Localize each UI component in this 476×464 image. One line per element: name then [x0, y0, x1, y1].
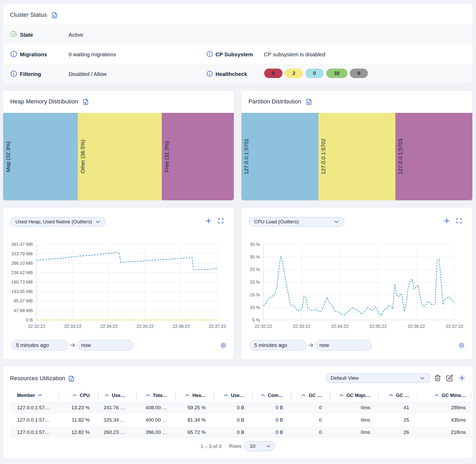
svg-text:22:34:22: 22:34:22: [331, 324, 348, 329]
svg-text:333.79 MB: 333.79 MB: [11, 251, 33, 256]
svg-text:20 %: 20 %: [250, 280, 260, 285]
svg-text:190.73 MB: 190.73 MB: [11, 280, 33, 285]
svg-text:10 %: 10 %: [250, 305, 260, 310]
svg-text:286.10 MB: 286.10 MB: [11, 261, 33, 266]
svg-text:22:36:22: 22:36:22: [408, 324, 425, 329]
svg-text:22:36:22: 22:36:22: [173, 324, 190, 329]
svg-text:0 B: 0 B: [26, 318, 33, 323]
svg-text:25 %: 25 %: [250, 267, 260, 272]
svg-text:22:32:22: 22:32:22: [28, 324, 45, 329]
svg-text:5 %: 5 %: [252, 318, 260, 323]
svg-text:22:35:22: 22:35:22: [369, 324, 387, 329]
svg-text:238.42 MB: 238.42 MB: [11, 270, 33, 275]
svg-text:143.05 MB: 143.05 MB: [11, 289, 33, 294]
svg-text:47.68 MB: 47.68 MB: [14, 308, 33, 313]
svg-text:95.37 MB: 95.37 MB: [14, 299, 33, 303]
svg-text:15 %: 15 %: [250, 292, 260, 297]
svg-text:22:32:22: 22:32:22: [255, 324, 272, 329]
svg-text:22:37:22: 22:37:22: [209, 324, 226, 329]
svg-text:22:35:22: 22:35:22: [136, 324, 154, 329]
svg-text:22:33:22: 22:33:22: [293, 324, 310, 329]
svg-text:22:34:22: 22:34:22: [100, 324, 118, 329]
svg-text:381.47 MB: 381.47 MB: [11, 242, 33, 247]
svg-text:22:33:22: 22:33:22: [64, 324, 81, 329]
svg-text:35 %: 35 %: [250, 242, 260, 247]
svg-text:30 %: 30 %: [250, 255, 260, 259]
svg-text:22:37:22: 22:37:22: [446, 324, 463, 329]
